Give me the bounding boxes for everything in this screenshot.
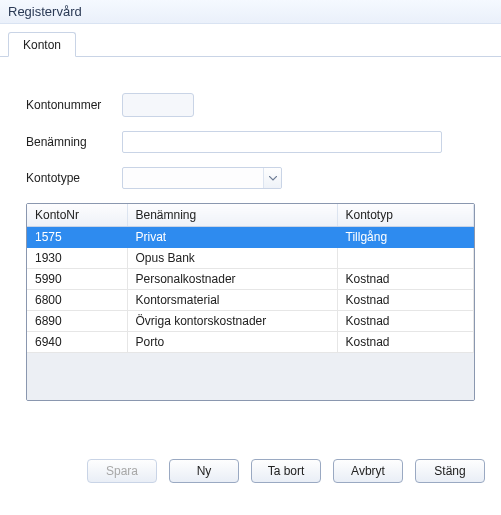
table-row[interactable]: 1930Opus Bank — [27, 248, 474, 269]
cell-benamning: Porto — [127, 332, 337, 353]
cell-kontotyp: Kostnad — [337, 311, 474, 332]
benamning-label: Benämning — [26, 135, 122, 149]
cell-kontotyp — [337, 248, 474, 269]
tab-strip: Konton — [0, 24, 501, 57]
tab-panel: Kontonummer Benämning Kontotype KontoNr — [0, 57, 501, 427]
table-row[interactable]: 1575PrivatTillgång — [27, 227, 474, 248]
benamning-input[interactable] — [122, 131, 442, 153]
cell-benamning: Opus Bank — [127, 248, 337, 269]
cell-kontotyp: Kostnad — [337, 269, 474, 290]
table-row[interactable]: 6890Övriga kontorskostnaderKostnad — [27, 311, 474, 332]
cell-kontonr: 1575 — [27, 227, 127, 248]
cell-kontonr: 6940 — [27, 332, 127, 353]
row-benamning: Benämning — [26, 131, 475, 153]
col-header-kontotyp[interactable]: Kontotyp — [337, 204, 474, 227]
kontonummer-field[interactable] — [122, 93, 194, 117]
cell-benamning: Personalkostnader — [127, 269, 337, 290]
cell-benamning: Övriga kontorskostnader — [127, 311, 337, 332]
cell-kontotyp: Kostnad — [337, 332, 474, 353]
table-empty-area — [27, 353, 474, 401]
table-row[interactable]: 6940PortoKostnad — [27, 332, 474, 353]
cell-kontotyp: Tillgång — [337, 227, 474, 248]
stang-button[interactable]: Stäng — [415, 459, 485, 483]
col-header-kontonr[interactable]: KontoNr — [27, 204, 127, 227]
form-area: Kontonummer Benämning Kontotype KontoNr — [16, 67, 485, 411]
row-kontonummer: Kontonummer — [26, 93, 475, 117]
chevron-down-icon[interactable] — [263, 168, 281, 188]
cell-kontonr: 5990 — [27, 269, 127, 290]
accounts-table-container: KontoNr Benämning Kontotyp 1575PrivatTil… — [26, 203, 475, 401]
tabort-button[interactable]: Ta bort — [251, 459, 321, 483]
cell-benamning: Privat — [127, 227, 337, 248]
button-bar: Spara Ny Ta bort Avbryt Stäng — [0, 445, 501, 493]
window-title: Registervård — [0, 0, 501, 24]
table-row[interactable]: 6800KontorsmaterialKostnad — [27, 290, 474, 311]
ny-button[interactable]: Ny — [169, 459, 239, 483]
table-row[interactable]: 5990PersonalkostnaderKostnad — [27, 269, 474, 290]
cell-kontotyp: Kostnad — [337, 290, 474, 311]
accounts-table[interactable]: KontoNr Benämning Kontotyp 1575PrivatTil… — [27, 204, 474, 353]
cell-benamning: Kontorsmaterial — [127, 290, 337, 311]
cell-kontonr: 6890 — [27, 311, 127, 332]
table-header-row: KontoNr Benämning Kontotyp — [27, 204, 474, 227]
cell-kontonr: 6800 — [27, 290, 127, 311]
kontotype-label: Kontotype — [26, 171, 122, 185]
col-header-benamning[interactable]: Benämning — [127, 204, 337, 227]
tab-konton[interactable]: Konton — [8, 32, 76, 57]
spara-button[interactable]: Spara — [87, 459, 157, 483]
row-kontotype: Kontotype — [26, 167, 475, 189]
avbryt-button[interactable]: Avbryt — [333, 459, 403, 483]
kontonummer-label: Kontonummer — [26, 98, 122, 112]
kontotype-input[interactable] — [122, 167, 282, 189]
kontotype-select[interactable] — [122, 167, 282, 189]
cell-kontonr: 1930 — [27, 248, 127, 269]
